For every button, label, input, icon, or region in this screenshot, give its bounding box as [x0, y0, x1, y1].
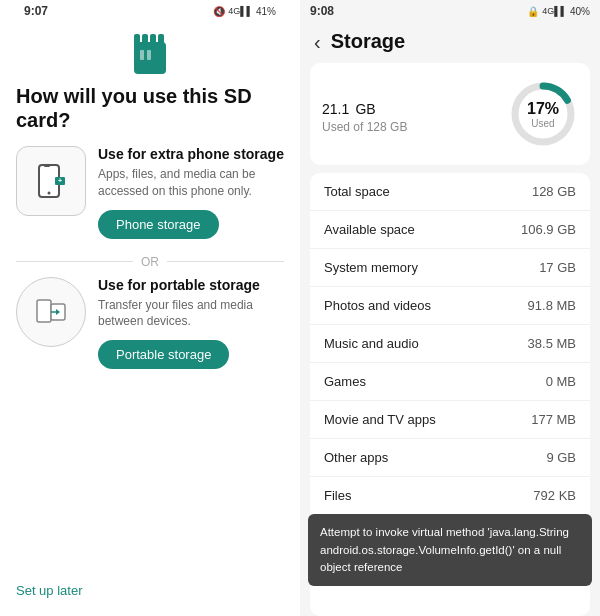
storage-summary: 21.1 GB Used of 128 GB 17% Used [310, 63, 590, 165]
time-right: 9:08 [310, 4, 334, 18]
svg-rect-4 [158, 34, 164, 44]
signal-icon: 4G▌▌ [228, 6, 253, 16]
storage-gb-unit: GB [355, 101, 375, 117]
row-movie-tv-apps: Movie and TV apps 177 MB [310, 401, 590, 439]
page-title: How will you use this SD card? [16, 74, 284, 146]
phone-storage-button[interactable]: Phone storage [98, 210, 219, 239]
portable-storage-title: Use for portable storage [98, 277, 284, 293]
right-panel: 9:08 🔒 4G▌▌ 40% ‹ Storage 21.1 GB Used o… [300, 0, 600, 616]
status-bar-right: 9:08 🔒 4G▌▌ 40% [300, 0, 600, 22]
set-up-later-link[interactable]: Set up later [16, 583, 83, 598]
status-icons-right: 🔒 4G▌▌ 40% [527, 6, 590, 17]
portable-icon-box [16, 277, 86, 347]
row-photos-videos: Photos and videos 91.8 MB [310, 287, 590, 325]
mute-icon: 🔇 [213, 6, 225, 17]
portable-storage-desc: Transfer your files and media between de… [98, 297, 284, 331]
error-tooltip: Attempt to invoke virtual method 'java.l… [308, 514, 592, 586]
lock-icon: 🔒 [527, 6, 539, 17]
storage-title: Storage [331, 30, 405, 53]
left-panel: 9:07 🔇 4G▌▌ 41% How will you use this SD… [0, 0, 300, 616]
svg-rect-5 [140, 50, 144, 60]
time-left: 9:07 [24, 4, 48, 18]
svg-rect-1 [134, 34, 140, 46]
row-files: Files 792 KB [310, 477, 590, 514]
portable-icon [33, 294, 69, 330]
donut-label: 17% Used [527, 100, 559, 129]
row-other-apps: Other apps 9 GB [310, 439, 590, 477]
sd-icon-container [16, 34, 284, 74]
donut-percent: 17% [527, 100, 559, 118]
svg-rect-12 [37, 300, 51, 322]
svg-rect-6 [147, 50, 151, 60]
phone-storage-desc: Apps, files, and media can be accessed o… [98, 166, 284, 200]
header-row: ‹ Storage [300, 22, 600, 63]
storage-gb-value: 21.1 GB [322, 94, 407, 120]
storage-used-text: 21.1 GB Used of 128 GB [322, 94, 407, 134]
portable-storage-text: Use for portable storage Transfer your f… [98, 277, 284, 370]
svg-rect-8 [44, 165, 50, 167]
error-text: Attempt to invoke virtual method 'java.l… [320, 526, 569, 573]
status-bar-left: 9:07 🔇 4G▌▌ 41% [16, 0, 284, 22]
signal-icon-right: 4G▌▌ [542, 6, 567, 16]
row-music-audio: Music and audio 38.5 MB [310, 325, 590, 363]
svg-rect-2 [142, 34, 148, 44]
portable-storage-button[interactable]: Portable storage [98, 340, 229, 369]
phone-storage-title: Use for extra phone storage [98, 146, 284, 162]
row-total-space: Total space 128 GB [310, 173, 590, 211]
portable-storage-option: Use for portable storage Transfer your f… [16, 277, 284, 370]
row-system-memory: System memory 17 GB [310, 249, 590, 287]
or-line-right [167, 261, 284, 262]
status-icons-left: 🔇 4G▌▌ 41% [213, 6, 276, 17]
row-games: Games 0 MB [310, 363, 590, 401]
battery-icon: 41% [256, 6, 276, 17]
phone-storage-option: + Use for extra phone storage Apps, file… [16, 146, 284, 239]
battery-icon-right: 40% [570, 6, 590, 17]
or-line-left [16, 261, 133, 262]
or-text: OR [141, 255, 159, 269]
back-button[interactable]: ‹ [314, 32, 321, 52]
donut-chart: 17% Used [508, 79, 578, 149]
phone-storage-text: Use for extra phone storage Apps, files,… [98, 146, 284, 239]
phone-icon-box: + [16, 146, 86, 216]
svg-text:+: + [58, 177, 62, 184]
svg-rect-3 [150, 34, 156, 46]
donut-used: Used [527, 117, 559, 128]
sd-card-icon [134, 34, 166, 74]
svg-point-9 [48, 192, 51, 195]
or-divider: OR [16, 255, 284, 269]
phone-icon: + [33, 163, 69, 199]
storage-of-label: Used of 128 GB [322, 120, 407, 134]
row-available-space: Available space 106.9 GB [310, 211, 590, 249]
